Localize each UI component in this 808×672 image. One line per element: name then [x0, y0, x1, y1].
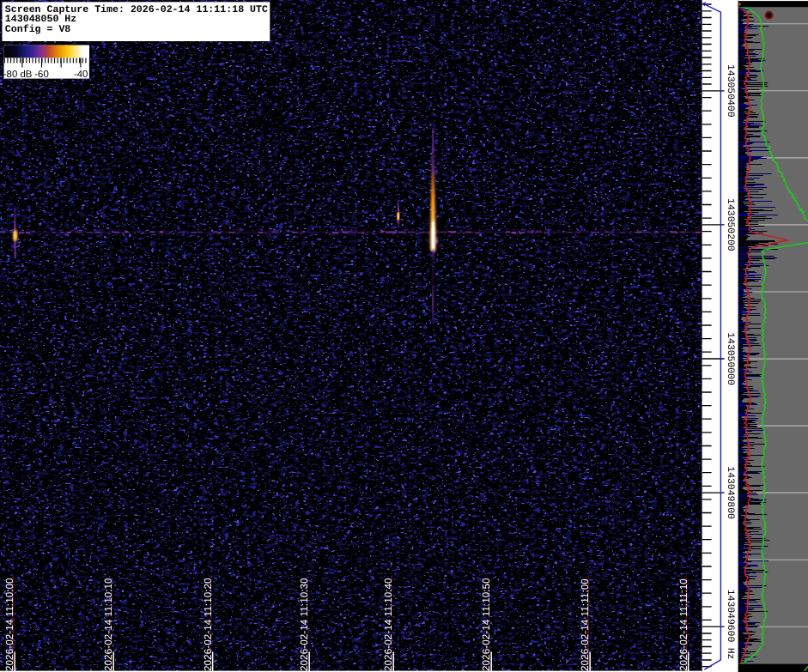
svg-text:-40: -40 [74, 70, 88, 80]
svg-text:2026-02-14 11:11:00: 2026-02-14 11:11:00 [579, 578, 591, 671]
svg-text:Config = V8: Config = V8 [5, 24, 71, 35]
svg-text:2026-02-14 11:10:30: 2026-02-14 11:10:30 [298, 578, 310, 671]
svg-text:143050000: 143050000 [725, 332, 735, 385]
svg-text:2026-02-14 11:10:20: 2026-02-14 11:10:20 [202, 578, 214, 671]
svg-text:-60: -60 [34, 70, 48, 80]
svg-text:-80 dB: -80 dB [3, 70, 33, 80]
svg-text:2026-02-14 11:10:10: 2026-02-14 11:10:10 [102, 578, 114, 671]
svg-text:143050400: 143050400 [725, 64, 735, 118]
svg-text:143049600: 143049600 [725, 590, 735, 643]
svg-text:2026-02-14 11:11:10: 2026-02-14 11:11:10 [677, 578, 690, 671]
svg-text:Hz: Hz [725, 648, 735, 660]
svg-text:2026-02-14 11:10:40: 2026-02-14 11:10:40 [382, 578, 394, 671]
svg-text:143049800: 143049800 [725, 466, 735, 519]
svg-text:2026-02-14 11:10:50: 2026-02-14 11:10:50 [480, 578, 492, 671]
svg-text:143050200: 143050200 [725, 198, 735, 251]
svg-text:2026-02-14 11:10:00: 2026-02-14 11:10:00 [3, 578, 15, 671]
